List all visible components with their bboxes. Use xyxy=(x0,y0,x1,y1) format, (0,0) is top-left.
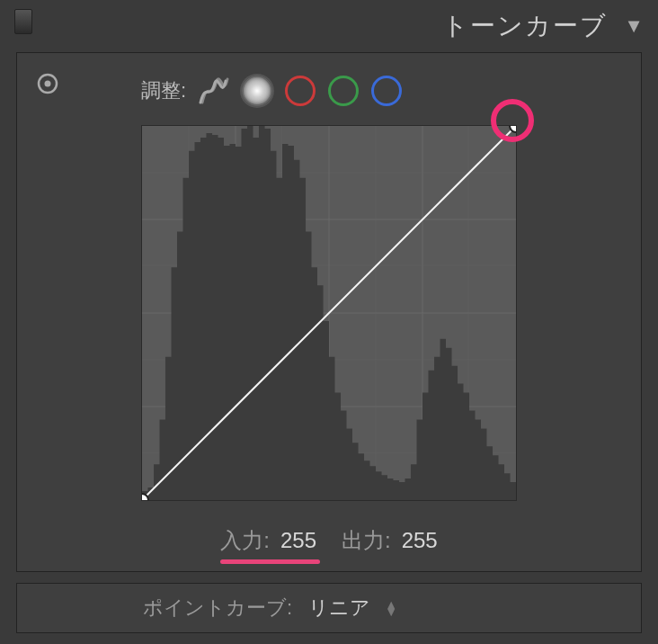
output-label: 出力: xyxy=(342,526,391,555)
curve-svg xyxy=(142,126,516,500)
adjust-label: 調整: xyxy=(141,77,186,104)
input-output-row: 入力: 255 出力: 255 xyxy=(17,526,641,555)
underline-annotation xyxy=(220,559,320,564)
chevron-down-icon: ▼ xyxy=(624,14,644,38)
output-value[interactable]: 255 xyxy=(402,528,438,553)
output-pair: 出力: 255 xyxy=(342,526,438,555)
tone-curve-chart[interactable] xyxy=(141,125,517,501)
point-curve-value[interactable]: リニア xyxy=(308,595,370,622)
channel-rgb-button[interactable] xyxy=(242,76,272,106)
channel-blue-button[interactable] xyxy=(371,76,402,106)
point-curve-label: ポイントカーブ: xyxy=(143,595,292,622)
input-value[interactable]: 255 xyxy=(280,528,316,553)
parametric-curve-icon[interactable] xyxy=(199,76,229,106)
updown-icon[interactable]: ▲▼ xyxy=(385,601,397,615)
panel-header[interactable]: トーンカーブ ▼ xyxy=(0,0,658,52)
adjust-row: 調整: xyxy=(17,69,641,112)
channel-green-button[interactable] xyxy=(328,76,359,106)
input-pair: 入力: 255 xyxy=(220,526,316,555)
panel-toggle[interactable] xyxy=(14,9,32,34)
channel-red-button[interactable] xyxy=(285,76,316,106)
panel-body: 調整: xyxy=(16,52,642,572)
point-curve-row: ポイントカーブ: リニア ▲▼ xyxy=(16,583,642,633)
panel-title: トーンカーブ xyxy=(442,9,608,43)
input-label: 入力: xyxy=(220,526,270,555)
